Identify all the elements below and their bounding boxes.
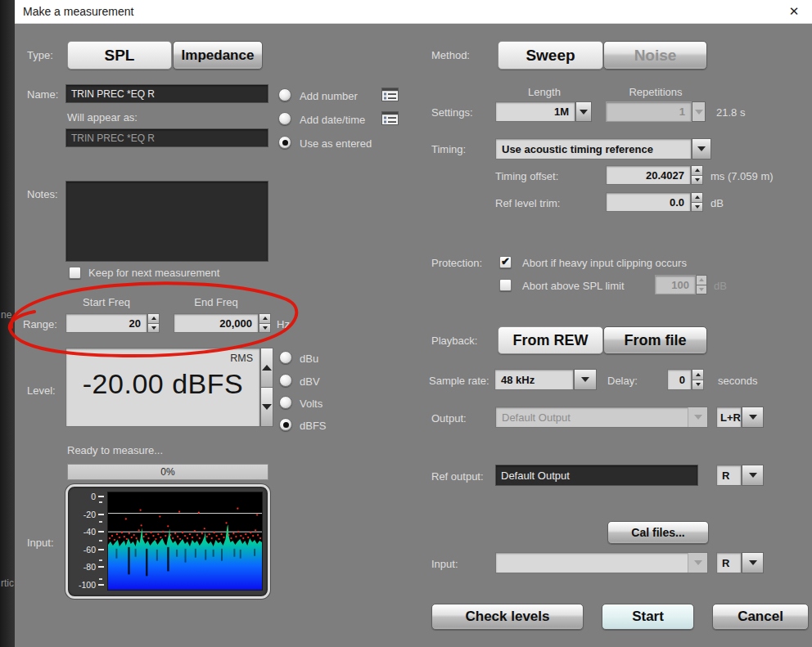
abort-clipping-checkbox[interactable]	[499, 256, 512, 268]
level-display[interactable]: RMS -20.00 dBFS	[65, 348, 260, 427]
timing-offset-input[interactable]: 20.4027	[606, 165, 691, 185]
output-channel-dropdown-arrow[interactable]	[742, 407, 764, 428]
abort-clipping-label: Abort if heavy input clipping occurs	[522, 257, 687, 269]
number-format-icon[interactable]	[381, 88, 399, 101]
range-label: Range:	[23, 318, 57, 330]
ref-level-trim-spinner[interactable]	[691, 192, 703, 212]
spin-up[interactable]	[691, 192, 703, 203]
ref-output-channel-dropdown-arrow[interactable]	[742, 465, 764, 486]
progress-bar: 0%	[67, 464, 268, 480]
add-datetime-radio[interactable]	[278, 112, 291, 125]
protection-label: Protection:	[431, 257, 482, 269]
level-mode-label: RMS	[230, 353, 253, 364]
spin-up[interactable]	[691, 165, 703, 176]
delay-input[interactable]: 0	[667, 369, 692, 390]
end-freq-input[interactable]: 20,000	[174, 313, 259, 333]
timing-offset-unit: ms (7.059 m)	[710, 170, 774, 182]
start-button[interactable]: Start	[602, 604, 694, 630]
timing-select[interactable]: Use acoustic timing reference	[495, 138, 692, 160]
unit-volts-radio[interactable]	[279, 396, 292, 409]
unit-dbu-radio[interactable]	[279, 351, 292, 364]
tick-label: -100	[70, 581, 104, 589]
add-number-label: Add number	[300, 90, 358, 102]
method-label: Method:	[431, 49, 470, 61]
end-freq-header: End Freq	[174, 296, 259, 308]
start-freq-spinner[interactable]	[147, 313, 160, 333]
input-channel-dropdown-arrow[interactable]	[742, 552, 764, 573]
playback-from-rew-button[interactable]: From REW	[498, 326, 603, 354]
name-label: Name:	[27, 88, 58, 101]
status-text: Ready to measure...	[67, 444, 163, 456]
unit-dbv-label: dBV	[300, 375, 320, 388]
playback-from-file-button[interactable]: From file	[603, 326, 707, 354]
unit-volts-label: Volts	[300, 398, 323, 410]
make-measurement-dialog: Make a measurement ✕ ne rtic Type: SPL I…	[0, 0, 812, 647]
delay-spinner[interactable]	[692, 369, 704, 390]
method-sweep-button[interactable]: Sweep	[498, 41, 603, 70]
timing-label: Timing:	[431, 143, 466, 155]
abort-spl-checkbox[interactable]	[499, 279, 512, 291]
spin-up[interactable]	[147, 313, 160, 324]
spectrum-plot	[107, 492, 263, 591]
add-number-radio[interactable]	[278, 88, 291, 101]
notes-input[interactable]	[65, 181, 268, 262]
spl-limit-spinner	[696, 275, 707, 294]
spin-up[interactable]	[259, 313, 271, 324]
name-input[interactable]: TRIN PREC *EQ R	[65, 84, 268, 103]
cancel-button[interactable]: Cancel	[712, 604, 809, 630]
sweep-duration-label: 21.8 s	[716, 106, 745, 119]
input-channel-value[interactable]: R	[716, 552, 742, 573]
meter-minor-ticks	[98, 501, 102, 580]
sample-rate-label: Sample rate:	[429, 375, 489, 387]
spin-up[interactable]	[260, 348, 273, 388]
end-freq-spinner[interactable]	[259, 313, 271, 333]
ref-output-channel-value[interactable]: R	[716, 465, 742, 486]
spin-down[interactable]	[260, 388, 273, 427]
cal-files-button[interactable]: Cal files...	[607, 521, 709, 544]
spin-down[interactable]	[691, 176, 703, 186]
ref-output-select[interactable]: Default Output	[495, 465, 698, 486]
sample-rate-dropdown-arrow[interactable]	[574, 369, 597, 390]
type-spl-button[interactable]: SPL	[67, 41, 172, 70]
spin-up	[696, 275, 707, 285]
spin-down[interactable]	[692, 380, 704, 391]
ref-level-trim-label: Ref level trim:	[495, 197, 560, 209]
spin-down[interactable]	[691, 203, 703, 213]
output-select: Default Output	[495, 407, 708, 428]
will-appear-value: TRIN PREC *EQ R	[65, 128, 268, 147]
notes-label: Notes:	[27, 188, 58, 200]
type-impedance-button[interactable]: Impedance	[173, 41, 263, 70]
level-spinner[interactable]	[260, 348, 273, 427]
spin-down[interactable]	[259, 324, 271, 334]
close-icon[interactable]: ✕	[781, 2, 807, 21]
unit-dbfs-label: dBFS	[300, 420, 327, 432]
add-datetime-label: Add date/time	[300, 114, 365, 126]
background-text-fragment: rtic	[1, 577, 14, 589]
delay-unit: seconds	[718, 375, 757, 387]
output-dropdown-arrow	[688, 407, 707, 427]
ref-level-trim-input[interactable]: 0.0	[606, 192, 691, 212]
input-dropdown-arrow	[688, 553, 707, 573]
use-as-entered-radio[interactable]	[278, 136, 291, 149]
sample-rate-select[interactable]: 48 kHz	[494, 369, 574, 390]
background-window-strip: ne rtic	[0, 0, 15, 647]
timing-dropdown-arrow[interactable]	[692, 138, 711, 160]
unit-dbfs-radio[interactable]	[279, 418, 292, 431]
length-value[interactable]: 1M	[495, 101, 575, 122]
datetime-format-icon[interactable]	[381, 111, 399, 125]
ref-output-label: Ref output:	[431, 470, 484, 483]
input-select[interactable]	[495, 552, 708, 573]
length-dropdown-arrow[interactable]	[575, 101, 592, 122]
spin-down[interactable]	[147, 324, 160, 334]
level-value: -20.00 dBFS	[66, 368, 259, 400]
check-levels-button[interactable]: Check levels	[431, 604, 584, 630]
unit-dbv-radio[interactable]	[279, 374, 292, 387]
use-as-entered-label: Use as entered	[300, 137, 372, 150]
input-meter-label: Input:	[27, 537, 54, 549]
output-channel-value[interactable]: L+R	[716, 407, 742, 428]
start-freq-input[interactable]: 20	[65, 313, 147, 333]
spin-up[interactable]	[692, 369, 704, 380]
start-freq-header: Start Freq	[65, 296, 147, 308]
timing-offset-spinner[interactable]	[691, 165, 703, 185]
keep-for-next-checkbox[interactable]	[69, 267, 81, 279]
